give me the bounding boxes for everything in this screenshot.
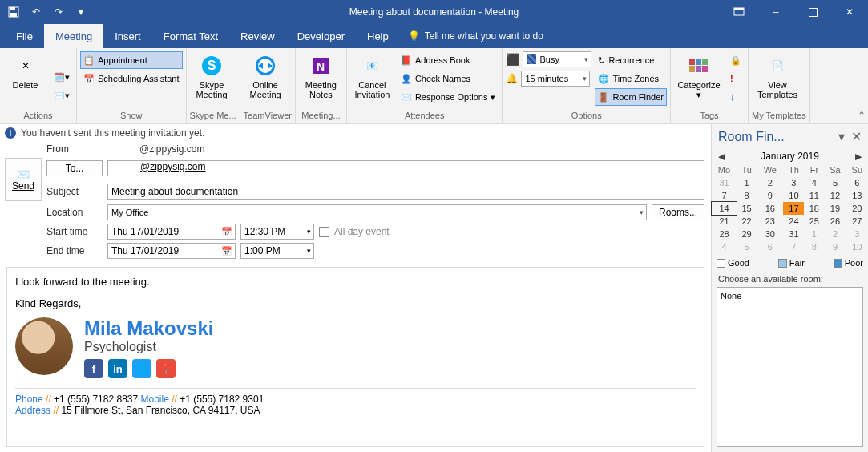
cal-day[interactable]: 4 [712, 240, 737, 253]
cal-day[interactable]: 2 [757, 176, 783, 189]
message-body[interactable]: I look forward to the meeting. Kind Rega… [6, 267, 704, 447]
tab-insert[interactable]: Insert [103, 24, 152, 48]
low-importance-icon[interactable]: ↓ [727, 88, 745, 106]
to-field[interactable]: @zippysig.com [107, 160, 704, 176]
ribbon-display-icon[interactable] [721, 0, 757, 24]
subject-field[interactable] [107, 184, 704, 200]
end-date-field[interactable]: Thu 17/01/2019📅 [107, 243, 236, 259]
qat-undo-icon[interactable]: ↶ [26, 2, 46, 22]
tab-meeting[interactable]: Meeting [44, 24, 103, 48]
prev-month-icon[interactable]: ◀ [718, 151, 725, 162]
cal-day[interactable]: 19 [824, 202, 846, 215]
minimize-button[interactable]: – [757, 0, 794, 24]
cal-day[interactable]: 8 [804, 240, 824, 253]
time-zones-button[interactable]: 🌐Time Zones [595, 70, 667, 87]
cal-day[interactable]: 17 [783, 202, 804, 215]
linkedin-icon[interactable]: in [108, 359, 127, 378]
scheduling-assistant-button[interactable]: 📅Scheduling Assistant [80, 70, 183, 87]
location-field[interactable]: My Office [107, 204, 647, 220]
close-button[interactable]: ✕ [831, 0, 868, 24]
categorize-button[interactable]: Categorize▾ [674, 51, 724, 109]
cal-day[interactable]: 9 [757, 189, 783, 202]
cal-day[interactable]: 28 [712, 228, 737, 240]
tab-help[interactable]: Help [356, 24, 400, 48]
end-time-field[interactable]: 1:00 PM [240, 243, 314, 259]
cal-day[interactable]: 6 [846, 176, 868, 189]
cal-day[interactable]: 5 [824, 176, 846, 189]
view-templates-button[interactable]: 📄 View Templates [752, 51, 803, 109]
qat-save-icon[interactable] [3, 2, 24, 22]
recurrence-button[interactable]: ↻Recurrence [595, 51, 667, 69]
to-button[interactable]: To... [46, 160, 103, 176]
cal-day[interactable]: 22 [737, 215, 757, 228]
start-date-field[interactable]: Thu 17/01/2019📅 [107, 224, 236, 240]
cal-day[interactable]: 15 [737, 202, 757, 215]
cal-day[interactable]: 21 [712, 215, 737, 228]
cal-day[interactable]: 8 [737, 189, 757, 202]
cal-day[interactable]: 12 [824, 189, 846, 202]
cal-day[interactable]: 7 [783, 240, 804, 253]
cal-day[interactable]: 10 [783, 189, 804, 202]
tab-developer[interactable]: Developer [286, 24, 356, 48]
send-button[interactable]: ✉️ Send [5, 158, 42, 201]
calendar-icon[interactable]: 📅 [221, 227, 232, 237]
appointment-button[interactable]: 📋Appointment [80, 51, 183, 69]
tab-review[interactable]: Review [229, 24, 286, 48]
maximize-button[interactable] [794, 0, 831, 24]
next-month-icon[interactable]: ▶ [855, 151, 862, 162]
cal-day[interactable]: 16 [757, 202, 783, 215]
cancel-invitation-button[interactable]: 📧 Cancel Invitation [350, 51, 394, 109]
qat-redo-icon[interactable]: ↷ [48, 2, 69, 22]
pane-dropdown-icon[interactable]: ▾ [838, 129, 845, 144]
cal-day[interactable]: 25 [804, 215, 824, 228]
map-pin-icon[interactable]: 📍 [156, 359, 176, 378]
meeting-notes-button[interactable]: N Meeting Notes [299, 51, 343, 109]
cal-day[interactable]: 31 [783, 228, 804, 240]
show-as-combo[interactable]: Busy [523, 51, 591, 67]
cal-day[interactable]: 24 [783, 215, 804, 228]
cal-day[interactable]: 11 [804, 189, 824, 202]
pane-close-icon[interactable]: ✕ [851, 129, 862, 144]
response-options-button[interactable]: ✉️Response Options ▾ [398, 88, 499, 106]
cal-day[interactable]: 18 [804, 202, 824, 215]
reminder-combo[interactable]: 15 minutes [521, 71, 590, 87]
cal-day[interactable]: 9 [824, 240, 846, 253]
collapse-ribbon-icon[interactable]: ⌃ [858, 110, 866, 121]
qat-customize-icon[interactable]: ▾ [71, 2, 91, 22]
tab-file[interactable]: File [5, 24, 44, 48]
web-icon[interactable]: 🌐 [132, 359, 151, 378]
start-time-field[interactable]: 12:30 PM [240, 224, 314, 240]
available-rooms-list[interactable]: None [717, 287, 863, 447]
tab-format-text[interactable]: Format Text [152, 24, 229, 48]
cal-day[interactable]: 4 [804, 176, 824, 189]
cal-day[interactable]: 20 [846, 202, 868, 215]
cal-day[interactable]: 1 [804, 228, 824, 240]
cal-day[interactable]: 26 [824, 215, 846, 228]
cal-day[interactable]: 5 [737, 240, 757, 253]
cal-day[interactable]: 23 [757, 215, 783, 228]
check-names-button[interactable]: 👤Check Names [398, 70, 499, 87]
cal-day[interactable]: 7 [712, 189, 737, 202]
cal-day[interactable]: 10 [846, 240, 868, 253]
cal-day[interactable]: 30 [757, 228, 783, 240]
calendar-icon[interactable]: 📅 [221, 246, 232, 256]
address-book-button[interactable]: 📕Address Book [398, 51, 499, 69]
cal-day[interactable]: 1 [737, 176, 757, 189]
cal-day[interactable]: 29 [737, 228, 757, 240]
room-finder-button[interactable]: 🚪Room Finder [595, 88, 667, 106]
skype-meeting-button[interactable]: S Skype Meeting [190, 51, 234, 109]
cal-day[interactable]: 31 [712, 176, 737, 189]
facebook-icon[interactable]: f [84, 359, 103, 378]
cal-day[interactable]: 14 [712, 202, 737, 215]
tell-me-search[interactable]: 💡 Tell me what you want to do [408, 30, 543, 42]
cal-day[interactable]: 13 [846, 189, 868, 202]
rooms-button[interactable]: Rooms... [652, 204, 704, 220]
cal-day[interactable]: 3 [846, 228, 868, 240]
all-day-checkbox[interactable] [319, 227, 329, 237]
cal-day[interactable]: 2 [824, 228, 846, 240]
online-meeting-button[interactable]: Online Meeting [244, 51, 288, 109]
cal-day[interactable]: 6 [757, 240, 783, 253]
cal-day[interactable]: 27 [846, 215, 868, 228]
delete-button[interactable]: ✕ Delete [3, 51, 47, 109]
move-to-folder-icon[interactable]: ✉️▾ [50, 87, 73, 104]
